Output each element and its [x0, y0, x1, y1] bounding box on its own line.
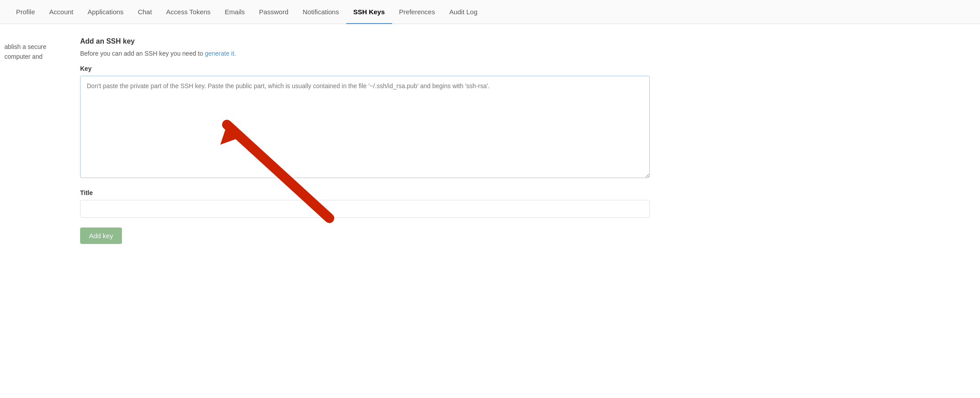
nav-item-password[interactable]: Password — [252, 0, 296, 24]
nav-item-applications[interactable]: Applications — [81, 0, 131, 24]
add-key-button[interactable]: Add key — [80, 227, 122, 244]
key-field-group: Key — [80, 65, 650, 179]
textarea-wrapper — [80, 76, 650, 179]
generate-it-link[interactable]: generate it. — [205, 50, 236, 57]
left-sidebar: ablish a secure computer and — [0, 37, 71, 244]
title-label: Title — [80, 189, 650, 196]
content-area: ablish a secure computer and Add an SSH … — [0, 24, 712, 257]
nav-item-preferences[interactable]: Preferences — [392, 0, 442, 24]
nav-item-profile[interactable]: Profile — [9, 0, 42, 24]
title-input[interactable] — [80, 200, 650, 218]
main-form: Add an SSH key Before you can add an SSH… — [71, 37, 650, 244]
key-label: Key — [80, 65, 650, 72]
nav-bar: Profile Account Applications Chat Access… — [0, 0, 980, 24]
nav-item-emails[interactable]: Emails — [218, 0, 252, 24]
nav-item-notifications[interactable]: Notifications — [296, 0, 346, 24]
description-text: Before you can add an SSH key you need t… — [80, 50, 650, 57]
nav-item-access-tokens[interactable]: Access Tokens — [159, 0, 218, 24]
section-title: Add an SSH key — [80, 37, 650, 45]
sidebar-text: ablish a secure computer and — [4, 42, 71, 62]
nav-item-ssh-keys[interactable]: SSH Keys — [346, 0, 392, 24]
nav-item-account[interactable]: Account — [42, 0, 81, 24]
title-field-group: Title — [80, 189, 650, 218]
key-textarea[interactable] — [80, 76, 650, 178]
nav-item-audit-log[interactable]: Audit Log — [442, 0, 484, 24]
nav-item-chat[interactable]: Chat — [131, 0, 159, 24]
